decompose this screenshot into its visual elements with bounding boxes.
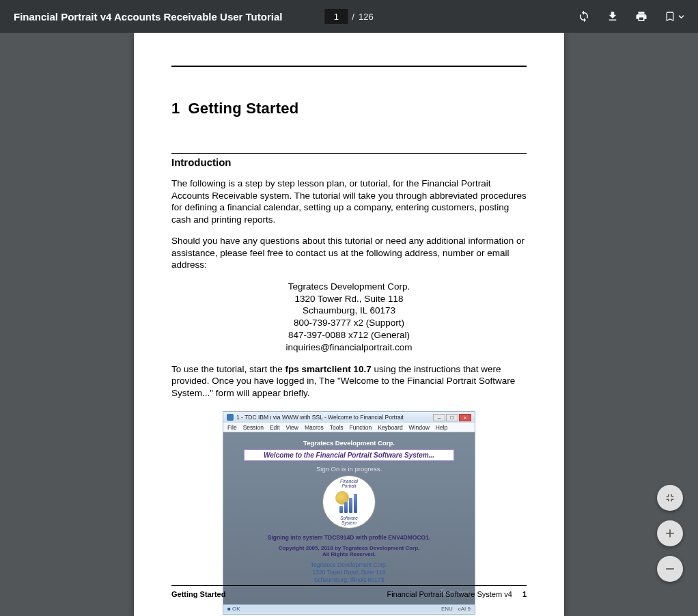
ss-corp-name: Tegratecs Development Corp. <box>230 439 468 447</box>
chapter-heading: 1Getting Started <box>171 100 527 117</box>
pdf-viewer: Financial Portrait v4 Accounts Receivabl… <box>0 0 698 616</box>
ss-menu-item: Macros <box>305 424 324 431</box>
ss-menu-item: Edit <box>270 424 280 431</box>
ss-menu-item: Tools <box>330 424 344 431</box>
para3-pre: To use the tutorial, start the <box>171 364 285 374</box>
contact-phone-general: 847-397-0088 x712 (General) <box>171 329 527 341</box>
footer-right: Financial Portrait Software System v4 <box>387 590 512 598</box>
ss-logo-text-bot: Software System <box>336 516 362 525</box>
fit-to-page-button[interactable] <box>657 485 683 511</box>
page-number-input[interactable] <box>324 9 348 24</box>
contact-street: 1320 Tower Rd., Suite 118 <box>171 293 527 305</box>
download-icon[interactable] <box>606 10 619 23</box>
ss-status-ok: ■ OK <box>227 606 240 612</box>
page-area[interactable]: 1Getting Started Introduction The follow… <box>0 33 698 616</box>
rotate-icon[interactable] <box>577 10 591 23</box>
ss-welcome-banner: Welcome to the Financial Portrait Softwa… <box>244 449 454 461</box>
bookmark-icon[interactable] <box>663 10 677 23</box>
ss-signon-text: Sign On is in progress. <box>230 465 468 473</box>
page-total: 126 <box>359 12 374 22</box>
ss-copyright-1: Copyright 2005, 2018 by Tegratecs Develo… <box>230 545 468 551</box>
ss-addr-3: Schaumburg, Illinois 60173 <box>230 576 468 584</box>
ss-menu-item: File <box>227 424 237 431</box>
ss-status-cai: cAI 9 <box>458 606 471 612</box>
ss-menu-item: Function <box>350 424 372 431</box>
zoom-in-button[interactable] <box>657 520 683 546</box>
ss-max-button: □ <box>446 414 458 421</box>
footer-page-number: 1 <box>522 590 527 598</box>
bookmark-menu[interactable] <box>663 10 684 23</box>
ss-menu-item: Window <box>409 424 430 431</box>
toolbar: Financial Portrait v4 Accounts Receivabl… <box>0 0 698 33</box>
ss-menu-item: Session <box>243 424 264 431</box>
document-page: 1Getting Started Introduction The follow… <box>134 33 564 616</box>
ss-menu-item: View <box>286 424 298 431</box>
print-icon[interactable] <box>634 10 648 23</box>
ss-menu-item: Keyboard <box>378 424 402 431</box>
ss-app-icon <box>227 414 234 421</box>
section-rule <box>171 153 527 154</box>
toolbar-right <box>577 10 684 23</box>
document-title: Financial Portrait v4 Accounts Receivabl… <box>14 11 282 23</box>
intro-paragraph-1: The following is a step by step lesson p… <box>171 178 527 225</box>
footer-left: Getting Started <box>171 590 225 598</box>
ss-menubar: File Session Edit View Macros Tools Func… <box>223 423 475 432</box>
floating-controls <box>657 485 683 582</box>
page-footer: Getting Started Financial Portrait Softw… <box>171 585 527 598</box>
embedded-screenshot: 1 - TDC IBM i via WWW with SSL - Welcome… <box>223 411 475 615</box>
chevron-down-icon <box>678 14 684 20</box>
contact-name: Tegratecs Development Corp. <box>171 281 527 293</box>
ss-signing-text: Signing into system TDCS914D with profil… <box>230 534 468 541</box>
ss-window-title: 1 - TDC IBM i via WWW with SSL - Welcome… <box>236 414 433 421</box>
smartclient-name: fps smartclient 10.7 <box>285 364 372 374</box>
ss-addr-2: 1320 Tower Road, Suite 118 <box>230 569 468 576</box>
ss-address: Tegratecs Development Corp. 1320 Tower R… <box>230 561 468 583</box>
ss-statusbar: ■ OK ENU cAI 9 <box>223 604 475 613</box>
contact-phone-support: 800-739-3777 x2 (Support) <box>171 317 527 329</box>
ss-window-buttons: – □ × <box>433 414 471 421</box>
chapter-title: Getting Started <box>188 100 298 117</box>
ss-titlebar: 1 - TDC IBM i via WWW with SSL - Welcome… <box>223 412 475 423</box>
footer-right-wrap: Financial Portrait Software System v4 1 <box>387 590 527 598</box>
contact-city: Schaumburg, IL 60173 <box>171 305 527 317</box>
intro-paragraph-2: Should you have any questions about this… <box>171 235 527 271</box>
top-rule <box>171 66 527 67</box>
chapter-number: 1 <box>171 100 180 117</box>
footer-rule <box>171 585 527 586</box>
ss-status-enu: ENU <box>441 606 453 612</box>
ss-copyright-2: All Rights Reserved. <box>230 551 468 557</box>
intro-paragraph-3: To use the tutorial, start the fps smart… <box>171 363 527 400</box>
ss-body: Tegratecs Development Corp. Welcome to t… <box>223 432 475 604</box>
page-separator: / <box>352 12 354 22</box>
contact-email: inquiries@financialportrait.com <box>171 341 527 354</box>
ss-addr-1: Tegratecs Development Corp. <box>230 561 468 569</box>
ss-min-button: – <box>433 414 445 421</box>
ss-close-button: × <box>459 414 471 421</box>
page-controls: / 126 <box>324 9 373 24</box>
ss-logo: Financial Portrait Software System <box>322 475 376 529</box>
section-heading: Introduction <box>171 156 527 168</box>
zoom-out-button[interactable] <box>657 556 683 582</box>
contact-block: Tegratecs Development Corp. 1320 Tower R… <box>171 281 527 354</box>
ss-menu-item: Help <box>436 424 447 431</box>
